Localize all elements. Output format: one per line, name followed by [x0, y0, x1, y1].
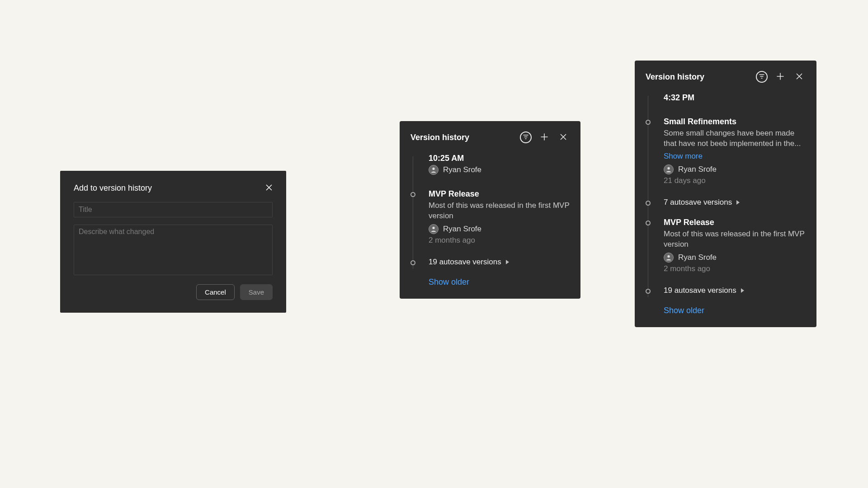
modal-title: Add to version history — [74, 183, 152, 193]
panel-header: Version history — [410, 131, 570, 144]
autosave-label: 19 autosave versions — [664, 286, 736, 295]
version-entry[interactable]: MVP Release Most of this was released in… — [410, 189, 570, 258]
avatar — [429, 165, 439, 175]
chevron-right-icon — [741, 288, 744, 293]
version-history-panel-a: Version history 10:25 AM Ryan Srofe — [400, 121, 580, 299]
version-entry[interactable]: Small Refinements Some small changes hav… — [646, 117, 806, 198]
panel-title: Version history — [646, 72, 750, 82]
plus-icon — [540, 133, 548, 142]
show-older-button[interactable]: Show older — [410, 277, 570, 287]
add-version-button[interactable] — [774, 70, 787, 83]
close-panel-button[interactable] — [793, 70, 806, 83]
version-time: 4:32 PM — [664, 93, 806, 103]
filter-button[interactable] — [520, 131, 532, 143]
panel-title: Version history — [410, 133, 514, 142]
save-button[interactable]: Save — [240, 284, 273, 300]
plus-icon — [776, 72, 784, 82]
autosave-label: 19 autosave versions — [429, 258, 501, 267]
version-user: Ryan Srofe — [664, 253, 806, 263]
avatar — [664, 164, 674, 174]
timeline-dot — [646, 221, 651, 225]
version-description: Most of this was released in the first M… — [429, 201, 570, 221]
version-entry[interactable]: MVP Release Most of this was released in… — [646, 218, 806, 286]
modal-close-button[interactable] — [265, 184, 273, 192]
version-title: MVP Release — [429, 189, 570, 199]
timeline-dot — [410, 260, 415, 265]
version-history-panel-b: Version history 4:32 PM Small Refinement… — [635, 61, 816, 327]
chevron-right-icon — [506, 260, 509, 264]
user-name: Ryan Srofe — [678, 253, 717, 262]
version-time: 10:25 AM — [429, 154, 570, 163]
user-name: Ryan Srofe — [443, 225, 481, 234]
timeline-dot — [646, 120, 651, 125]
cancel-button[interactable]: Cancel — [196, 284, 235, 300]
timeline-dot — [646, 201, 651, 206]
version-user: Ryan Srofe — [429, 165, 570, 175]
version-title: Small Refinements — [664, 117, 806, 127]
version-title: MVP Release — [664, 218, 806, 227]
chevron-right-icon — [736, 200, 740, 205]
add-version-modal: Add to version history Cancel Save — [60, 171, 286, 313]
modal-actions: Cancel Save — [74, 284, 273, 300]
version-entry[interactable]: 4:32 PM — [646, 93, 806, 117]
version-description: Most of this was released in the first M… — [664, 229, 806, 250]
svg-point-2 — [667, 167, 670, 169]
timeline: 10:25 AM Ryan Srofe MVP Release Most of … — [410, 154, 570, 287]
show-older-button[interactable]: Show older — [646, 306, 806, 315]
version-description: Some small changes have been made that h… — [664, 128, 806, 149]
close-panel-button[interactable] — [557, 131, 570, 144]
autosave-label: 7 autosave versions — [664, 198, 732, 207]
filter-button[interactable] — [756, 71, 768, 83]
version-user: Ryan Srofe — [429, 224, 570, 234]
add-version-button[interactable] — [538, 131, 551, 144]
timeline-dot — [646, 289, 651, 294]
avatar — [429, 224, 439, 234]
version-age: 21 days ago — [664, 176, 806, 185]
filter-icon — [523, 134, 529, 141]
close-icon — [796, 73, 803, 81]
user-name: Ryan Srofe — [678, 165, 717, 174]
timeline-dot — [410, 192, 415, 197]
autosave-group[interactable]: 19 autosave versions — [646, 286, 806, 306]
svg-point-0 — [432, 168, 434, 170]
autosave-group[interactable]: 19 autosave versions — [410, 258, 570, 277]
modal-header: Add to version history — [74, 183, 273, 193]
avatar — [664, 253, 674, 263]
version-title-input[interactable] — [74, 202, 273, 217]
version-age: 2 months ago — [429, 236, 570, 245]
autosave-group[interactable]: 7 autosave versions — [646, 198, 806, 218]
version-entry[interactable]: 10:25 AM Ryan Srofe — [410, 154, 570, 189]
svg-point-3 — [667, 255, 670, 258]
version-description-input[interactable] — [74, 225, 273, 275]
timeline: 4:32 PM Small Refinements Some small cha… — [646, 93, 806, 315]
show-more-button[interactable]: Show more — [664, 152, 703, 161]
version-age: 2 months ago — [664, 264, 806, 273]
close-icon — [560, 133, 567, 142]
user-name: Ryan Srofe — [443, 165, 481, 174]
version-user: Ryan Srofe — [664, 164, 806, 174]
svg-point-1 — [432, 227, 434, 229]
filter-icon — [759, 73, 765, 81]
close-icon — [265, 184, 273, 192]
panel-header: Version history — [646, 70, 806, 83]
